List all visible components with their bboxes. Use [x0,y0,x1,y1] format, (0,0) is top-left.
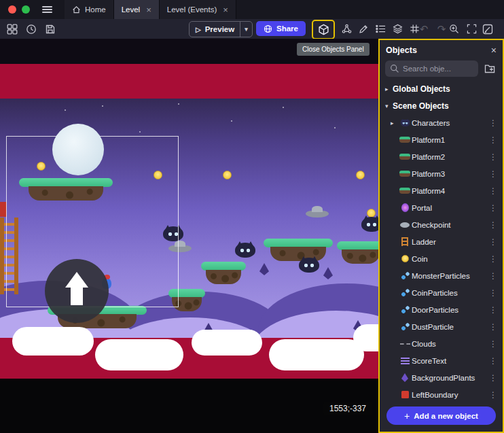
star [334,127,336,128]
undo-icon[interactable]: ↶ [417,22,431,37]
cloud-object[interactable] [95,339,183,370]
tab-label: Level (Events) [167,5,217,14]
close-panel-icon[interactable]: × [491,46,497,55]
object-row[interactable]: Portal ⋮ [380,199,503,216]
cloud-object[interactable] [269,339,364,370]
object-menu-icon[interactable]: ⋮ [488,203,499,213]
object-menu-icon[interactable]: ⋮ [488,118,499,128]
preview-button[interactable]: ▷ Preview ▾ [189,21,253,37]
object-groups-icon[interactable] [340,22,353,37]
object-row[interactable]: ScoreText ⋮ [380,352,503,369]
object-label: Checkpoint [412,221,488,229]
object-menu-icon[interactable]: ⋮ [488,356,499,366]
object-row[interactable]: BackgroundPlants ⋮ [380,369,503,386]
window-controls [0,5,37,14]
objects-panel-toggle-button[interactable] [312,20,335,39]
object-row[interactable]: DustParticle ⋮ [380,318,503,335]
object-row[interactable]: DoorParticles ⋮ [380,301,503,318]
editor-tab[interactable]: Level (Events) × [160,0,236,19]
maximize-window-button[interactable] [22,5,30,14]
scene-editor-canvas[interactable]: 1553;-337 [0,39,378,433]
expand-chevron-icon[interactable]: ▾ [385,103,393,109]
new-folder-icon[interactable] [482,61,497,76]
edit-scene-icon[interactable] [481,22,494,37]
history-icon[interactable] [24,22,38,37]
editor-tab[interactable]: Level × [114,0,160,19]
object-row[interactable]: Platform3 ⋮ [380,165,503,182]
object-icon [398,186,412,196]
checkpoint-object[interactable] [306,210,329,218]
object-row[interactable]: Platform4 ⋮ [380,182,503,199]
editor-background-bottom [0,379,378,433]
object-menu-icon[interactable]: ⋮ [488,288,499,298]
object-row[interactable]: ▸ Characters ⋮ [380,114,503,131]
object-label: Platform3 [412,170,488,178]
tooltip: Close Objects Panel [297,43,370,56]
instances-list-icon[interactable] [374,22,387,37]
main-menu-icon[interactable] [42,9,52,10]
close-tab-icon[interactable]: × [146,5,151,14]
add-object-button[interactable]: + Add a new object [386,406,496,425]
jump-touch-control-object[interactable] [45,259,109,323]
close-tab-icon[interactable]: × [223,5,228,14]
object-row[interactable]: Coin ⋮ [380,250,503,267]
object-row[interactable]: Clouds ⋮ [380,335,503,352]
editor-tab[interactable]: Home [65,0,114,19]
object-menu-icon[interactable]: ⋮ [488,373,499,383]
layers-icon[interactable] [391,22,404,37]
cloud-object[interactable] [192,330,262,356]
object-menu-icon[interactable]: ⋮ [488,220,499,230]
object-icon [398,356,412,366]
object-icon [398,220,412,230]
monster-object[interactable] [361,217,378,232]
project-manager-icon[interactable] [5,22,19,37]
object-row[interactable]: Ladder ⋮ [380,233,503,250]
object-row[interactable]: Checkpoint ⋮ [380,216,503,233]
object-row[interactable]: CoinParticles ⋮ [380,284,503,301]
object-menu-icon[interactable]: ⋮ [488,254,499,264]
preview-options-chevron-icon[interactable]: ▾ [240,26,252,33]
object-menu-icon[interactable]: ⋮ [488,237,499,247]
object-row[interactable]: LeftBoundary ⋮ [380,386,503,402]
object-label: Ladder [412,238,488,246]
plus-icon: + [404,411,410,421]
redo-icon[interactable]: ↷ [435,22,448,37]
object-menu-icon[interactable]: ⋮ [488,339,499,349]
object-menu-icon[interactable]: ⋮ [488,305,499,315]
platform-object[interactable] [264,239,333,262]
object-row[interactable]: MonsterParticles ⋮ [380,267,503,284]
coin-object[interactable] [356,171,365,179]
object-group-row[interactable]: ▸ Global Objects [380,80,503,97]
platform-object[interactable] [201,262,246,282]
object-row[interactable]: Platform2 ⋮ [380,148,503,165]
object-group-row[interactable]: ▾ Scene Objects [380,97,503,114]
expand-chevron-icon[interactable]: ▸ [391,120,398,126]
cloud-object[interactable] [353,324,378,351]
close-window-button[interactable] [8,5,16,14]
object-label: BackgroundPlants [412,374,488,382]
object-menu-icon[interactable]: ⋮ [488,390,499,400]
object-menu-icon[interactable]: ⋮ [488,271,499,281]
monster-object[interactable] [299,258,319,273]
object-menu-icon[interactable]: ⋮ [488,186,499,196]
save-icon[interactable] [43,22,57,37]
object-icon [398,237,412,247]
platform-object[interactable] [337,241,378,264]
expand-chevron-icon[interactable]: ▸ [385,86,393,92]
object-menu-icon[interactable]: ⋮ [488,169,499,179]
coin-object[interactable] [223,171,232,179]
object-menu-icon[interactable]: ⋮ [488,152,499,162]
share-button[interactable]: Share [256,21,306,36]
monster-object[interactable] [235,243,255,258]
cloud-object[interactable] [12,327,94,356]
object-label: Scene Objects [393,101,499,111]
star [139,131,141,133]
object-menu-icon[interactable]: ⋮ [488,322,499,332]
object-menu-icon[interactable]: ⋮ [488,135,499,145]
zoom-fit-icon[interactable] [465,22,478,37]
edit-pencil-icon[interactable] [357,22,370,37]
zoom-in-icon[interactable] [447,22,461,37]
object-icon [398,288,412,298]
object-row[interactable]: Platform1 ⋮ [380,131,503,148]
object-search [385,60,478,77]
